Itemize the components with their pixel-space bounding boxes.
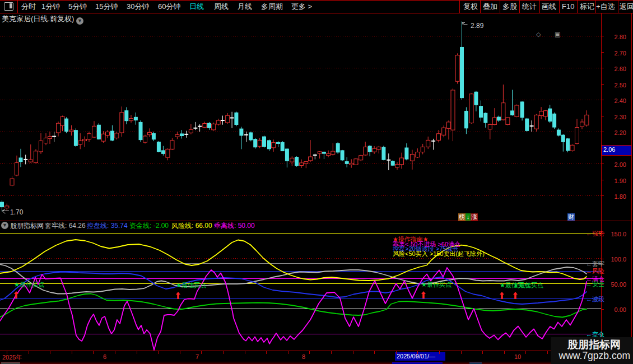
date-tick [50, 351, 50, 354]
indicator-field-2: 资金线: -2.00 [129, 221, 169, 230]
buy-marker-text: 最佳买点 [20, 281, 44, 288]
date-tick [93, 351, 94, 354]
indicator-field-3: 风险线: 66.00 [171, 221, 212, 230]
date-tick [439, 351, 440, 354]
buy-arrow-icon-2 [421, 291, 426, 298]
price-axis-tick [601, 68, 604, 68]
indicator-axis-label: 50.00 [608, 281, 626, 288]
price-axis-tick [601, 116, 604, 116]
date-tick [504, 351, 505, 354]
buy-star-icon: ★ [500, 282, 505, 288]
price-axis-label: 2.00 [608, 161, 626, 168]
axis-border-line [601, 13, 602, 362]
date-tick [223, 351, 224, 354]
date-tick [201, 351, 202, 354]
chart-separator-line [0, 221, 633, 221]
date-tick [482, 351, 483, 354]
datebar-top-line [0, 351, 633, 351]
price-axis-label: 2.20 [608, 129, 626, 136]
buy-star-icon: ★ [513, 282, 519, 288]
right-edge-line [631, 13, 632, 362]
ref-line-label-波段: ←波段 [586, 296, 604, 302]
date-tick [115, 351, 115, 354]
ref-line-label-风险: ←风险 [586, 268, 604, 274]
buy-marker-text: 最佳买点 [519, 282, 543, 288]
curve-控盘线 [0, 272, 587, 305]
date-tick [547, 351, 548, 354]
buy-marker-4: ★最佳买点 [513, 282, 543, 288]
price-axis-label: 1.80 [608, 193, 626, 200]
buy-star-icon: ★ [14, 281, 20, 288]
diamond-icon[interactable]: ◇ [536, 31, 541, 38]
price-axis-label: 2.80 [608, 34, 626, 40]
buy-marker-1: ★最佳买点 [176, 282, 206, 288]
date-tick [245, 351, 245, 354]
indicator-axis-label: 150.0 [608, 231, 626, 237]
date-tick [525, 351, 526, 354]
price-axis-tick [601, 36, 604, 36]
buy-star-icon: ★ [421, 281, 427, 288]
date-tick [137, 351, 137, 354]
price-axis-label: 1.90 [608, 178, 626, 184]
date-tick [266, 351, 267, 354]
date-tick [288, 351, 288, 354]
indicator-axis-tick [601, 234, 604, 234]
indicator-field-0: 套牢线: 64.26 [45, 221, 86, 230]
price-axis-tick [601, 180, 604, 180]
watermark-box: 股朋指标网 www.7gpzb.com [551, 337, 633, 364]
price-axis-label: 2.70 [608, 50, 626, 57]
date-tick [461, 351, 462, 354]
curve-风险线 [0, 240, 587, 281]
date-label-4: 10 [514, 353, 521, 360]
event-tag-2[interactable]: 涨 [471, 213, 478, 221]
indicator-chart[interactable] [0, 0, 633, 364]
indicator-header: ▼ 股朋指标网 套牢线: 64.26控盘线: 35.74资金线: -2.00风险… [0, 221, 633, 230]
date-tick [396, 351, 397, 354]
event-tag-1[interactable]: ↓ [466, 213, 471, 221]
date-label-1: 6 [103, 353, 106, 360]
picture-in-picture-icon[interactable]: ▣ [555, 31, 560, 38]
indicator-axis-tick [601, 309, 604, 310]
date-tick [180, 351, 180, 354]
indicator-field-4: 乖离线: 50.00 [214, 221, 255, 230]
buy-arrow-icon-3 [500, 292, 504, 299]
indicator-axis-tick [601, 284, 604, 284]
price-axis-label: 2.50 [608, 82, 626, 88]
guide-line-3: 风险<50买入 >150卖出(起飞除外) [393, 251, 485, 257]
date-label-2: 7 [196, 353, 199, 360]
date-tick [72, 351, 72, 354]
price-axis-tick [601, 132, 604, 132]
indicator-source: 股朋指标网 [10, 221, 44, 230]
date-tick [353, 351, 353, 354]
date-label-0: 2025年 [2, 353, 22, 362]
buy-marker-2: ★最佳买点 [421, 282, 452, 288]
date-tick [331, 351, 332, 354]
indicator-dropdown-icon[interactable]: ▼ [1, 222, 8, 229]
indicator-axis-label: 100.0 [608, 256, 626, 263]
price-axis-tick [601, 84, 604, 85]
buy-arrow-icon-1 [176, 292, 180, 299]
indicator-axis-tick [601, 259, 604, 259]
price-axis-tick [601, 52, 604, 53]
price-axis-tick [601, 164, 604, 164]
buy-arrow-icon-4 [513, 292, 518, 299]
buy-marker-text: 最佳买点 [181, 282, 206, 288]
date-tick [374, 351, 375, 354]
date-tick [7, 351, 7, 354]
ref-line-label-套牢: ←套牢 [586, 261, 604, 267]
price-axis-tick [601, 100, 604, 100]
indicator-axis-label: 0.00 [608, 306, 626, 313]
price-axis-label: 2.60 [608, 66, 626, 72]
buy-star-icon: ★ [176, 282, 181, 288]
curve-套牢线 [0, 264, 587, 294]
indicator-field-1: 控盘线: 35.74 [87, 221, 128, 230]
curve-资金线 [0, 294, 587, 318]
event-tag-3[interactable]: 财 [567, 213, 575, 221]
price-axis-label: 2.40 [608, 97, 626, 104]
date-highlight: 2025/09/01/— [395, 352, 445, 361]
buy-marker-0: ★最佳买点 [14, 282, 44, 288]
date-tick [158, 351, 159, 354]
event-tag-0[interactable]: 榜 [458, 213, 466, 221]
trading-app-window: 分时1分钟5分钟15分钟30分钟60分钟日线周线月线多周期更多 >复权叠加多股统… [0, 0, 633, 364]
datebar-bottom-line [0, 362, 633, 362]
